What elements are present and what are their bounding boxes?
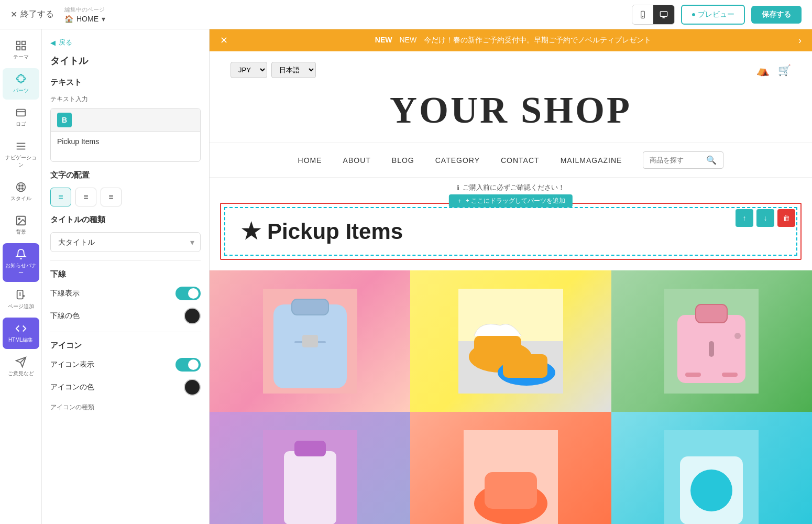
page-dropdown-btn[interactable]: ▾ [102, 15, 105, 23]
device-toggle [632, 5, 675, 25]
svg-rect-21 [17, 290, 23, 299]
align-right-btn[interactable]: ≡ [101, 188, 122, 206]
shop-name: YOUR SHOP [231, 83, 791, 137]
underline-display-toggle[interactable] [175, 287, 201, 300]
preview-button[interactable]: ● プレビュー [681, 5, 745, 25]
sidebar-item-theme[interactable]: テーマ [3, 35, 39, 66]
sidebar-item-background[interactable]: 背景 [3, 210, 39, 241]
sidebar-label-feedback: ご意見など [8, 370, 34, 377]
top-bar: ✕ 終了する 編集中のページ 🏠 HOME ▾ ● プレビュー 保存する [0, 0, 812, 29]
nav-contact[interactable]: CONTACT [501, 156, 540, 165]
sidebar-item-style[interactable]: スタイル [3, 176, 39, 208]
edit-section-toolbar[interactable]: ＋ + ここにドラッグしてパーツを追加 [449, 194, 573, 208]
svg-point-14 [16, 183, 25, 192]
sidebar-item-html-edit[interactable]: HTML編集 [3, 318, 39, 349]
mobile-device-btn[interactable] [632, 5, 653, 24]
product-grid [210, 270, 812, 524]
page-add-icon [15, 289, 27, 301]
tent-icon-btn[interactable]: ⛺ [756, 64, 770, 77]
product-svg-4 [263, 430, 357, 524]
svg-rect-7 [16, 47, 19, 50]
product-item-2[interactable] [410, 270, 611, 412]
text-content-input[interactable]: Pickup Items [51, 132, 200, 159]
product-item-3[interactable] [611, 270, 812, 412]
nav-category[interactable]: CATEGORY [435, 156, 480, 165]
svg-rect-47 [284, 451, 336, 524]
panel-title: タイトル [50, 54, 201, 67]
title-type-select[interactable]: 大タイトル 中タイトル 小タイトル [50, 232, 201, 252]
announcement-next-btn[interactable]: › [798, 35, 802, 46]
svg-rect-38 [503, 354, 547, 378]
pickup-title-text: Pickup Items [267, 219, 403, 244]
section-dashed-content: ★ Pickup Items [224, 207, 797, 256]
edit-section-actions: ↑ ↓ 🗑 [736, 209, 795, 227]
shop-icons: ⛺ 🛒 [756, 64, 791, 77]
move-down-btn[interactable]: ↓ [756, 209, 774, 227]
code-icon [15, 323, 27, 334]
main-layout: テーマ パーツ ロゴ ナビゲーション スタイル 背景 お知らせバナー ページ追 [0, 29, 812, 524]
svg-point-17 [18, 188, 20, 189]
product-placeholder-3 [611, 270, 812, 412]
bold-button[interactable]: B [57, 113, 72, 127]
svg-point-15 [18, 185, 20, 187]
underline-color-picker[interactable] [184, 308, 201, 324]
desktop-device-btn[interactable] [653, 5, 674, 24]
back-label: 戻る [59, 38, 72, 47]
bell-icon [15, 248, 27, 260]
align-left-btn[interactable]: ≡ [50, 188, 71, 206]
language-select[interactable]: 日本語 English [271, 62, 316, 78]
nav-mailmagazine[interactable]: MAILMAGAZINE [561, 156, 622, 165]
product-placeholder-1 [210, 270, 410, 412]
icon-display-toggle[interactable] [175, 358, 201, 372]
announcement-close-btn[interactable]: ✕ [220, 35, 228, 46]
sidebar-item-logo[interactable]: ロゴ [3, 102, 39, 133]
sidebar-item-page-add[interactable]: ページ追加 [3, 284, 39, 315]
currency-selector: JPY USD 日本語 English [231, 62, 316, 78]
svg-rect-6 [21, 41, 25, 45]
sidebar-label-theme: テーマ [13, 53, 29, 61]
nav-icon [15, 140, 27, 152]
align-center-btn[interactable]: ≡ [75, 188, 96, 206]
nav-about[interactable]: ABOUT [343, 156, 371, 165]
page-name-row: 🏠 HOME ▾ [64, 15, 105, 23]
close-button[interactable]: ✕ 終了する [10, 9, 54, 20]
underline-section-title: 下線 [50, 269, 201, 279]
sidebar-item-navigation[interactable]: ナビゲーション [3, 135, 39, 174]
icon-color-label: アイコンの色 [50, 383, 94, 392]
save-button[interactable]: 保存する [751, 6, 802, 24]
svg-rect-9 [16, 110, 25, 116]
grid-icon [15, 40, 27, 51]
nav-blog[interactable]: BLOG [392, 156, 414, 165]
product-item-5[interactable] [410, 412, 611, 524]
sidebar-item-feedback[interactable]: ご意見など [3, 351, 39, 383]
svg-rect-32 [302, 335, 318, 347]
sidebar-item-parts[interactable]: パーツ [3, 68, 39, 100]
svg-rect-30 [292, 299, 328, 315]
back-button[interactable]: ◀ 戻る [50, 38, 201, 47]
nav-search-input[interactable] [650, 156, 702, 164]
icon-color-picker[interactable] [184, 379, 201, 396]
svg-rect-43 [685, 373, 701, 377]
svg-rect-42 [709, 341, 714, 357]
svg-rect-2 [660, 12, 667, 16]
nav-home[interactable]: HOME [298, 156, 322, 165]
sidebar-item-banner[interactable]: お知らせバナー [3, 243, 39, 282]
product-item-6[interactable] [611, 412, 812, 524]
sidebar-label-navigation: ナビゲーション [5, 154, 37, 169]
icon-type-label: アイコンの種類 [50, 403, 201, 412]
delete-btn[interactable]: 🗑 [777, 209, 795, 227]
icon-sidebar: テーマ パーツ ロゴ ナビゲーション スタイル 背景 お知らせバナー ページ追 [0, 29, 42, 524]
sidebar-label-parts: パーツ [13, 87, 29, 94]
sidebar-label-logo: ロゴ [16, 121, 26, 128]
close-icon: ✕ [10, 9, 17, 19]
currency-select[interactable]: JPY USD [231, 62, 267, 78]
product-item-4[interactable] [210, 412, 410, 524]
canvas-area: ✕ NEW NEW 今だけ！春の新作ご予約受付中。早期ご予約でノベルティプレゼン… [210, 29, 812, 524]
move-up-btn[interactable]: ↑ [736, 209, 753, 227]
product-item-1[interactable] [210, 270, 410, 412]
product-placeholder-6 [611, 412, 812, 524]
cart-icon-btn[interactable]: 🛒 [778, 64, 791, 77]
divider-2 [50, 332, 201, 332]
pickup-title: ★ Pickup Items [241, 219, 403, 244]
divider-1 [50, 260, 201, 261]
